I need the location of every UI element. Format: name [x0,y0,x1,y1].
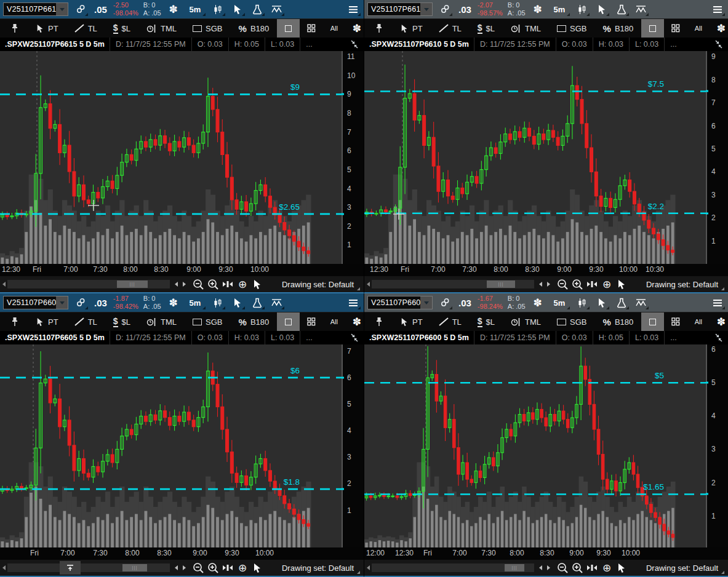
zoom-out-button[interactable] [556,277,569,291]
tool-sgb[interactable]: SGB [185,19,230,38]
pointer-mode-button[interactable] [250,277,264,291]
timeframe-button[interactable]: 5m [550,2,570,17]
time-axis[interactable]: 12:0012:30Fri7:007:308:008:309:009:3010:… [364,547,728,560]
cursor-tool-icon[interactable] [230,2,245,17]
page-left-icon[interactable] [175,282,178,287]
chart-area[interactable]: $6$1.8 7654321 [0,344,364,547]
patterns-icon[interactable] [270,2,284,17]
symbol-dropdown-button[interactable] [420,296,432,309]
tool-tml[interactable]: TML [138,19,185,38]
symbol-input[interactable]: V251107P6610 [367,2,433,16]
symbol-input[interactable]: V251107P6605 [3,296,68,309]
tool-b180[interactable]: % B180 [595,312,642,331]
tool-pt[interactable]: PT [28,19,66,38]
pointer-mode-button[interactable] [250,561,264,575]
page-right-icon[interactable] [547,282,550,287]
tool-dollar-l[interactable]: $ $L [105,312,138,331]
all-charts-button[interactable]: All [687,312,710,331]
symbol-dropdown-button[interactable] [56,296,68,309]
menu-icon[interactable] [346,2,361,17]
price-axis[interactable]: 987654321 [706,51,728,264]
cursor-tool-icon[interactable] [594,2,609,17]
header-more[interactable]: ... [664,331,692,344]
tool-tl[interactable]: TL [431,19,470,38]
link-charts-icon[interactable] [438,295,452,310]
tool-sgb[interactable]: SGB [549,19,594,38]
header-more[interactable]: ... [300,38,328,51]
candlestick-plot[interactable]: $7.5$2.2 [364,51,706,264]
zoom-in-button[interactable] [206,561,220,575]
symbol-input[interactable]: V251107P6600 [367,296,433,309]
grid-view-button[interactable] [664,312,687,331]
zoom-in-button[interactable] [570,561,584,575]
chart-type-candles-icon[interactable] [575,2,590,17]
chart-type-candles-icon[interactable] [575,295,590,310]
zoom-in-button[interactable] [206,277,220,291]
tool-tml[interactable]: TML [503,312,549,331]
pointer-mode-button[interactable] [615,277,628,291]
bar-width-button[interactable] [585,277,599,291]
page-right-icon[interactable] [183,282,186,287]
scrollbar-thumb[interactable] [505,564,524,571]
scroll-left-icon[interactable] [2,282,6,287]
tool-sgb[interactable]: SGB [549,312,594,331]
scroll-left-icon[interactable] [367,282,370,287]
tool-tl[interactable]: TL [431,312,470,331]
page-left-icon[interactable] [539,565,542,570]
tool-b180[interactable]: % B180 [595,19,642,38]
chart-scrollbar[interactable] [7,563,170,572]
bar-width-button[interactable] [221,561,234,575]
cursor-tool-icon[interactable] [594,295,609,310]
scrollbar-thumb[interactable] [122,564,147,571]
all-charts-button[interactable]: All [322,19,345,38]
timeframe-button[interactable]: 5m [186,2,206,17]
chart-scrollbar[interactable] [372,280,534,288]
pin-icon[interactable] [7,21,22,36]
drawing-set-selector[interactable]: Drawing set: Default [646,563,724,573]
tool-pt[interactable]: PT [28,312,66,331]
page-left-icon[interactable] [539,282,542,287]
settings-gear-icon[interactable]: ✽ [166,2,181,17]
chart-area[interactable]: $9$2.65 1110987654321 [0,51,364,264]
timeframe-button[interactable]: 5m [186,295,206,310]
crosshair-target-button[interactable]: ⊕ [600,277,614,291]
bar-width-button[interactable] [221,277,234,291]
tool-tml[interactable]: TML [138,312,185,331]
single-view-button[interactable] [641,19,664,38]
patterns-icon[interactable] [634,2,649,17]
settings-gear-icon[interactable]: ✽ [166,295,181,310]
price-axis[interactable]: 7654321 [342,344,364,547]
tool-dollar-l[interactable]: $ $L [105,19,138,38]
crosshair-target-button[interactable]: ⊕ [600,561,614,575]
candlestick-plot[interactable]: $5$1.65 [364,344,706,547]
tool-tml[interactable]: TML [503,19,549,38]
grid-view-button[interactable] [300,19,322,38]
menu-icon[interactable] [710,295,725,310]
detach-restore-icon[interactable] [713,331,724,344]
drawing-set-selector[interactable]: Drawing set: Default [282,563,360,573]
link-charts-icon[interactable] [438,2,452,17]
tool-pt[interactable]: PT [393,312,431,331]
menu-icon[interactable] [710,2,725,17]
tool-b180[interactable]: % B180 [231,312,278,331]
scroll-left-icon[interactable] [367,565,370,570]
toolbar-settings-gear-icon[interactable]: ✽ [710,19,728,38]
toolbar-settings-gear-icon[interactable]: ✽ [710,312,728,331]
bar-width-button[interactable] [585,561,599,575]
single-view-button[interactable] [641,312,664,331]
page-right-icon[interactable] [547,565,550,570]
price-axis[interactable]: 1110987654321 [342,51,364,264]
page-right-icon[interactable] [183,565,186,570]
chart-area[interactable]: $5$1.65 654321 [364,344,728,547]
link-charts-icon[interactable] [73,2,88,17]
detach-restore-icon[interactable] [349,331,360,344]
price-axis[interactable]: 654321 [706,344,728,547]
page-left-icon[interactable] [175,565,178,570]
symbol-value[interactable]: V251107P6610 [368,5,420,14]
drawing-set-selector[interactable]: Drawing set: Default [646,280,724,289]
chart-scrollbar[interactable] [7,280,170,288]
patterns-icon[interactable] [270,295,284,310]
symbol-value[interactable]: V251107P6605 [4,298,56,307]
candlestick-plot[interactable]: $6$1.8 [0,344,342,547]
single-view-button[interactable] [277,19,300,38]
